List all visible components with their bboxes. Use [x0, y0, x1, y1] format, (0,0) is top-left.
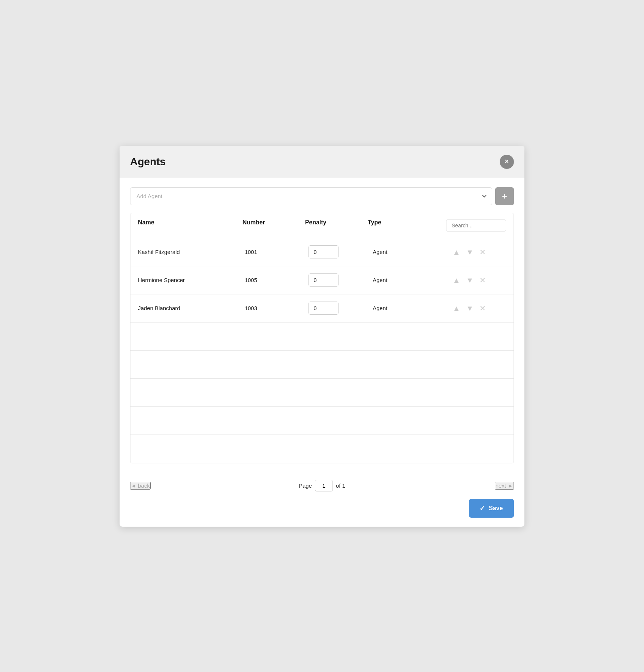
- agent-actions-2: ▲ ▼ ✕: [453, 305, 506, 312]
- save-section: ✓ Save: [120, 499, 524, 527]
- empty-row-3: [130, 407, 514, 435]
- move-down-button-2[interactable]: ▼: [466, 305, 473, 312]
- agent-penalty-cell-2: [309, 302, 373, 315]
- empty-row-2: [130, 379, 514, 407]
- penalty-input-0[interactable]: [309, 245, 338, 258]
- col-header-name: Name: [138, 219, 243, 232]
- add-agent-select[interactable]: Add Agent: [130, 187, 492, 205]
- col-header-number: Number: [243, 219, 305, 232]
- agent-penalty-cell-1: [309, 273, 373, 287]
- pagination-row: ◄ back Page of 1 next ►: [120, 472, 524, 499]
- modal-header: Agents ×: [120, 146, 524, 178]
- penalty-input-2[interactable]: [309, 302, 338, 315]
- agent-number-1: 1005: [245, 277, 309, 283]
- move-up-button-1[interactable]: ▲: [453, 276, 460, 284]
- agent-name-1: Hermione Spencer: [138, 277, 245, 283]
- agent-number-2: 1003: [245, 305, 309, 311]
- check-icon: ✓: [479, 504, 485, 512]
- page-title: Agents: [130, 156, 166, 168]
- save-button[interactable]: ✓ Save: [469, 499, 514, 518]
- agent-name-2: Jaden Blanchard: [138, 305, 245, 311]
- add-agent-button[interactable]: +: [495, 187, 514, 205]
- agents-table: Name Number Penalty Type Kashif Fitzgera…: [130, 213, 514, 463]
- penalty-input-1[interactable]: [309, 273, 338, 287]
- agent-type-2: Agent: [373, 305, 452, 311]
- agent-number-0: 1001: [245, 249, 309, 255]
- table-row: Kashif Fitzgerald 1001 Agent ▲ ▼ ✕: [130, 238, 514, 266]
- move-down-button-0[interactable]: ▼: [466, 248, 473, 256]
- table-row: Jaden Blanchard 1003 Agent ▲ ▼ ✕: [130, 294, 514, 323]
- modal-body: Add Agent + Name Number Penalty Type Kas…: [120, 178, 524, 472]
- agent-penalty-cell-0: [309, 245, 373, 258]
- agent-name-0: Kashif Fitzgerald: [138, 249, 245, 255]
- remove-button-2[interactable]: ✕: [479, 305, 486, 312]
- remove-button-1[interactable]: ✕: [479, 276, 486, 284]
- close-button[interactable]: ×: [500, 155, 514, 169]
- pagination-center: Page of 1: [299, 480, 345, 491]
- empty-row-4: [130, 435, 514, 463]
- search-header-cell: [446, 219, 506, 232]
- move-down-button-1[interactable]: ▼: [466, 276, 473, 284]
- page-number-input[interactable]: [315, 480, 333, 491]
- table-row: Hermione Spencer 1005 Agent ▲ ▼ ✕: [130, 266, 514, 294]
- agent-type-0: Agent: [373, 249, 452, 255]
- col-header-type: Type: [368, 219, 446, 232]
- pagination-next-button[interactable]: next ►: [495, 482, 514, 490]
- remove-button-0[interactable]: ✕: [479, 248, 486, 256]
- empty-row-0: [130, 323, 514, 351]
- modal-container: Agents × Add Agent + Name Number Penalty…: [120, 146, 524, 527]
- agent-actions-1: ▲ ▼ ✕: [453, 276, 506, 284]
- empty-row-1: [130, 351, 514, 379]
- move-up-button-2[interactable]: ▲: [453, 305, 460, 312]
- move-up-button-0[interactable]: ▲: [453, 248, 460, 256]
- table-header: Name Number Penalty Type: [130, 213, 514, 238]
- page-label: Page: [299, 482, 312, 489]
- add-agent-row: Add Agent +: [130, 187, 514, 205]
- page-of-label: of 1: [336, 482, 345, 489]
- agent-actions-0: ▲ ▼ ✕: [453, 248, 506, 256]
- save-label: Save: [489, 505, 503, 512]
- pagination-back-button[interactable]: ◄ back: [130, 482, 151, 490]
- agent-type-1: Agent: [373, 277, 452, 283]
- search-input[interactable]: [446, 219, 506, 232]
- col-header-penalty: Penalty: [305, 219, 368, 232]
